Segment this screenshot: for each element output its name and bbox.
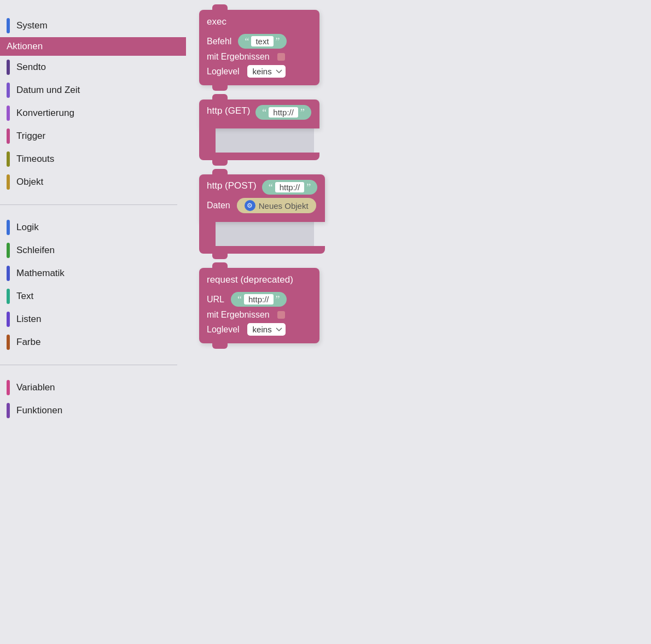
http-post-data-value[interactable]: ⚙ Neues Objekt: [237, 198, 316, 213]
sidebar-item-label: System: [16, 20, 48, 31]
sidebar-item-label: Aktionen: [7, 41, 43, 52]
listen-color-bar: [7, 312, 10, 327]
http-post-url-value[interactable]: http://: [275, 182, 305, 192]
sidebar-item-trigger[interactable]: Trigger: [0, 125, 186, 148]
http-post-data-text: Neues Objekt: [259, 201, 309, 210]
funktionen-color-bar: [7, 403, 10, 418]
sidebar-item-timeouts[interactable]: Timeouts: [0, 148, 186, 171]
exec-command-input[interactable]: “ text ”: [238, 34, 286, 49]
sidebar-item-label: Listen: [16, 314, 41, 325]
http-get-bottom: [199, 153, 319, 160]
gear-icon: ⚙: [245, 200, 255, 211]
timeouts-color-bar: [7, 151, 10, 167]
mathematik-color-bar: [7, 266, 10, 281]
sidebar-item-system[interactable]: System: [0, 14, 186, 37]
schleifen-color-bar: [7, 243, 10, 258]
http-get-url-input[interactable]: “ http:// ”: [255, 105, 311, 120]
sidebar-item-objekt[interactable]: Objekt: [0, 171, 186, 194]
request-url-row: URL “ http:// ”: [207, 292, 312, 307]
open-quote-icon-get: “: [262, 108, 266, 118]
http-get-mouth: [216, 128, 314, 153]
variablen-color-bar: [7, 380, 10, 395]
http-post-data-label: Daten: [207, 201, 230, 210]
exec-loglevel-row: Loglevel keins: [207, 65, 312, 78]
exec-block: exec Befehl “ text ” mit Ergebnissen Log…: [199, 10, 319, 85]
request-results-label: mit Ergebnissen: [207, 310, 270, 320]
request-results-row: mit Ergebnissen: [207, 310, 312, 320]
exec-results-row: mit Ergebnissen: [207, 52, 312, 62]
http-post-block: http (POST) “ http:// ” Daten ⚙ Neues Ob…: [199, 174, 325, 254]
main-content: exec Befehl “ text ” mit Ergebnissen Log…: [186, 0, 651, 644]
sidebar-item-label: Timeouts: [16, 154, 54, 165]
request-results-connector[interactable]: [277, 311, 285, 319]
http-post-data-row: Daten ⚙ Neues Objekt: [207, 198, 317, 213]
sidebar-item-label: Variablen: [16, 382, 55, 393]
sidebar-item-aktionen[interactable]: Aktionen: [0, 37, 186, 56]
exec-block-wrap: exec Befehl “ text ” mit Ergebnissen Log…: [199, 10, 638, 85]
close-quote-icon: ”: [276, 37, 280, 46]
sidebar-item-variablen[interactable]: Variablen: [0, 376, 186, 399]
sidebar-item-label: Datum und Zeit: [16, 85, 80, 96]
sidebar-item-konvertierung[interactable]: Konvertierung: [0, 102, 186, 125]
logik-color-bar: [7, 220, 10, 235]
http-post-url-input[interactable]: “ http:// ”: [262, 180, 318, 195]
exec-command-label: Befehl: [207, 37, 231, 46]
http-post-title-row: http (POST) “ http:// ”: [207, 180, 317, 195]
request-url-input[interactable]: “ http:// ”: [231, 292, 287, 307]
sidebar-item-logik[interactable]: Logik: [0, 216, 186, 239]
request-loglevel-row: Loglevel keins: [207, 323, 312, 336]
sidebar-item-mathematik[interactable]: Mathematik: [0, 262, 186, 285]
sidebar-item-sendto[interactable]: Sendto: [0, 56, 186, 79]
request-url-value[interactable]: http://: [244, 294, 274, 305]
http-get-url-value[interactable]: http://: [269, 107, 298, 118]
request-block-wrap: request (deprecated) URL “ http:// ” mit…: [199, 268, 638, 343]
http-post-mouth: [216, 222, 314, 246]
http-post-top-connector: [212, 169, 228, 174]
open-quote-icon-req: “: [237, 295, 242, 305]
sidebar: System Aktionen Sendto Datum und Zeit Ko…: [0, 0, 186, 644]
sidebar-item-label: Text: [16, 291, 33, 302]
open-quote-icon: “: [245, 37, 249, 46]
exec-results-label: mit Ergebnissen: [207, 52, 270, 62]
exec-loglevel-dropdown[interactable]: keins: [247, 65, 286, 78]
http-get-left-arm: [199, 128, 216, 153]
sidebar-item-label: Logik: [16, 222, 39, 233]
exec-command-value[interactable]: text: [251, 36, 273, 46]
http-get-top: http (GET) “ http:// ”: [199, 99, 319, 128]
sidebar-item-label: Mathematik: [16, 268, 65, 279]
http-get-block: http (GET) “ http:// ”: [199, 99, 319, 160]
request-block: request (deprecated) URL “ http:// ” mit…: [199, 268, 319, 343]
http-post-bottom: [199, 246, 325, 254]
http-get-block-wrap: http (GET) “ http:// ”: [199, 99, 638, 160]
http-get-top-spacer: [207, 123, 312, 128]
http-post-c-body: [199, 222, 325, 246]
http-post-bottom-connector: [212, 254, 228, 259]
http-get-top-connector: [212, 94, 228, 99]
sidebar-item-label: Objekt: [16, 177, 43, 188]
sidebar-item-listen[interactable]: Listen: [0, 308, 186, 331]
sidebar-item-label: Sendto: [16, 62, 46, 73]
request-loglevel-label: Loglevel: [207, 325, 240, 335]
http-post-block-wrap: http (POST) “ http:// ” Daten ⚙ Neues Ob…: [199, 174, 638, 254]
open-quote-icon-post: “: [269, 183, 273, 192]
request-url-label: URL: [207, 295, 224, 305]
sidebar-item-datum-und-zeit[interactable]: Datum und Zeit: [0, 79, 186, 102]
sidebar-item-label: Farbe: [16, 337, 40, 348]
exec-results-connector[interactable]: [277, 53, 285, 61]
sidebar-item-farbe[interactable]: Farbe: [0, 331, 186, 354]
objekt-color-bar: [7, 174, 10, 190]
exec-title: exec: [207, 16, 226, 27]
divider-1: [0, 204, 177, 205]
sidebar-item-funktionen[interactable]: Funktionen: [0, 399, 186, 422]
sidebar-item-text[interactable]: Text: [0, 285, 186, 308]
http-get-title-row: http (GET) “ http:// ”: [207, 105, 312, 120]
sidebar-item-label: Konvertierung: [16, 108, 74, 119]
request-loglevel-dropdown[interactable]: keins: [247, 323, 286, 336]
close-quote-icon-get: ”: [300, 108, 305, 118]
exec-title-row: exec: [207, 16, 312, 31]
http-get-bottom-connector: [212, 160, 228, 166]
divider-2: [0, 365, 177, 365]
sidebar-item-schleifen[interactable]: Schleifen: [0, 239, 186, 262]
sidebar-item-label: Trigger: [16, 131, 45, 142]
text-color-bar: [7, 289, 10, 304]
